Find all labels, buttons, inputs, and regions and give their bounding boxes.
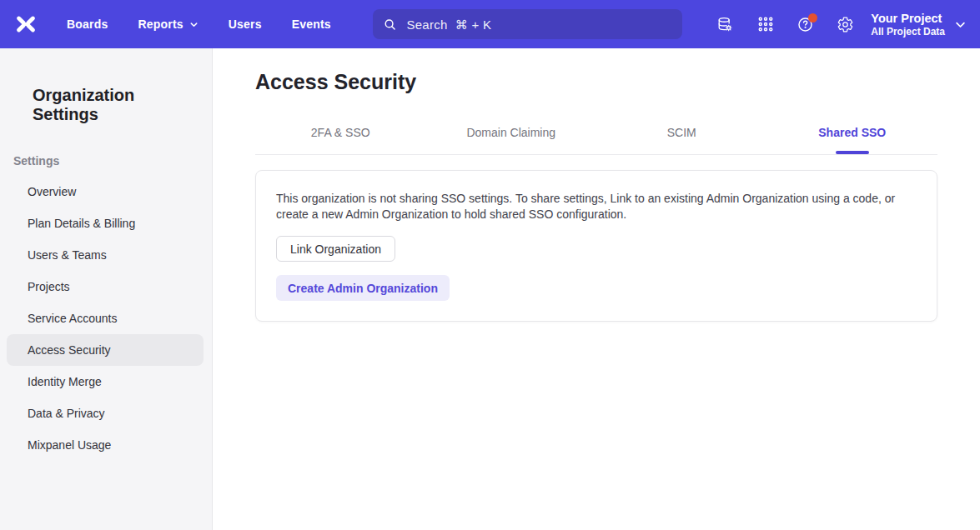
page-title: Access Security [255, 70, 937, 94]
tab-label: SCIM [667, 126, 696, 139]
tab[interactable]: Shared SSO [767, 112, 938, 154]
global-search[interactable] [373, 9, 682, 39]
project-selector[interactable]: Your Project All Project Data [871, 12, 967, 38]
sidebar-item-label: Projects [28, 280, 70, 293]
sidebar-item[interactable]: Data & Privacy [7, 398, 204, 429]
settings-gear-icon [837, 16, 854, 33]
nav-item[interactable]: Reports [138, 18, 198, 31]
nav-item-label: Users [229, 18, 262, 31]
chevron-down-icon [954, 18, 967, 31]
sidebar-item-label: Overview [28, 185, 76, 198]
sidebar-nav: Overview Plan Details & Billing Users & … [0, 176, 212, 461]
tab[interactable]: SCIM [596, 112, 767, 154]
help-button[interactable] [797, 16, 814, 33]
sidebar-item-label: Mixpanel Usage [28, 438, 111, 452]
notification-dot [808, 13, 817, 22]
nav-item[interactable]: Boards [67, 18, 108, 31]
tab-label: 2FA & SSO [311, 126, 370, 139]
nav-item[interactable]: Users [229, 18, 262, 31]
sidebar-item[interactable]: Plan Details & Billing [7, 208, 204, 239]
nav-item[interactable]: Events [292, 18, 331, 31]
sidebar-item[interactable]: Service Accounts [7, 302, 204, 334]
sidebar-item-label: Plan Details & Billing [28, 217, 135, 230]
sidebar-section-label: Settings [13, 154, 212, 168]
create-admin-organization-button[interactable]: Create Admin Organization [276, 275, 450, 301]
primary-nav: Boards Reports Users Events [67, 18, 361, 31]
tab-label: Shared SSO [818, 126, 886, 139]
sidebar-item[interactable]: Mixpanel Usage [7, 429, 204, 461]
sidebar-title: Organization Settings [0, 48, 212, 124]
sidebar-item[interactable]: Overview [7, 176, 204, 208]
sidebar-item[interactable]: Users & Teams [7, 239, 204, 271]
tab[interactable]: 2FA & SSO [255, 112, 426, 154]
sidebar-item[interactable]: Identity Merge [7, 366, 204, 398]
link-organization-button[interactable]: Link Organization [276, 236, 395, 262]
mixpanel-logo-icon[interactable] [13, 12, 38, 37]
sidebar-item-label: Identity Merge [28, 375, 102, 388]
nav-item-label: Events [292, 18, 331, 31]
data-management-icon [716, 16, 734, 33]
card-description: This organization is not sharing SSO set… [276, 191, 917, 222]
sidebar-item-label: Users & Teams [28, 248, 107, 262]
apps-grid-icon [757, 16, 774, 32]
chevron-down-icon [189, 20, 199, 29]
settings-sidebar: Organization Settings Settings Overview … [0, 48, 213, 530]
tab-bar: 2FA & SSO Domain Claiming SCIM Shared SS… [255, 112, 937, 155]
apps-grid-button[interactable] [756, 16, 774, 33]
project-name: Your Project [871, 12, 945, 26]
active-tab-indicator [836, 151, 869, 154]
sidebar-item[interactable]: Access Security [7, 334, 204, 366]
shared-sso-card: This organization is not sharing SSO set… [255, 170, 937, 322]
project-scope: All Project Data [871, 26, 945, 38]
sidebar-item-label: Service Accounts [28, 312, 117, 325]
tab[interactable]: Domain Claiming [426, 112, 597, 154]
nav-item-label: Boards [67, 18, 108, 31]
nav-item-label: Reports [138, 18, 183, 31]
top-navigation-bar: Boards Reports Users Events [0, 0, 980, 48]
search-icon [383, 17, 397, 32]
settings-button[interactable] [837, 16, 854, 33]
sidebar-item-label: Data & Privacy [28, 407, 105, 420]
data-management-button[interactable] [716, 16, 734, 33]
sidebar-item[interactable]: Projects [7, 271, 204, 302]
search-input[interactable] [405, 17, 672, 32]
sidebar-item-label: Access Security [28, 343, 111, 357]
tab-label: Domain Claiming [466, 126, 555, 139]
main-content: Access Security 2FA & SSO Domain Claimin… [213, 48, 980, 530]
